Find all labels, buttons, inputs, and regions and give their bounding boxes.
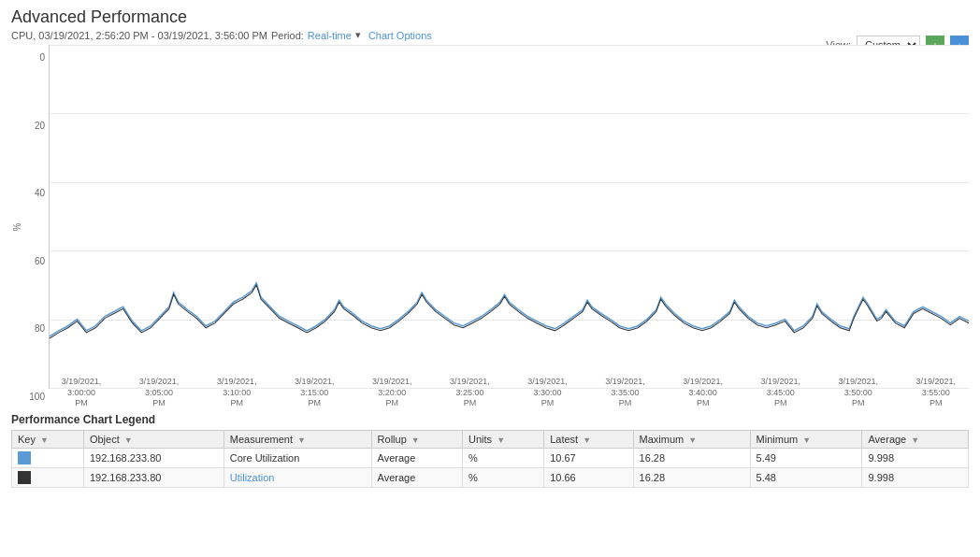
average-filter-icon[interactable]: ▼: [911, 436, 919, 445]
table-row: 192.168.233.80 Core Utilization Average …: [12, 449, 969, 468]
minimum-filter-icon[interactable]: ▼: [802, 436, 811, 445]
y-axis-unit: %: [12, 223, 22, 232]
table-header-row: Key ▼ Object ▼ Measurement ▼ Rollup ▼ Un…: [12, 431, 969, 449]
row2-average: 9.998: [862, 468, 969, 488]
x-label-7: 3/19/2021,3:35:00PM: [593, 377, 658, 409]
x-label-2: 3/19/2021,3:10:00PM: [204, 377, 269, 409]
row1-minimum: 5.49: [750, 449, 862, 468]
row1-key: [12, 449, 84, 468]
key-filter-icon[interactable]: ▼: [40, 436, 49, 445]
row2-object: 192.168.233.80: [83, 468, 223, 488]
row1-key-color: [18, 451, 31, 464]
x-label-1: 3/19/2021,3:05:00PM: [126, 377, 192, 409]
object-filter-icon[interactable]: ▼: [124, 436, 133, 445]
x-label-5: 3/19/2021,3:25:00PM: [437, 377, 502, 409]
row1-units: %: [463, 449, 544, 468]
chart-area: 100 80 60 40 20 0 %: [11, 45, 969, 409]
x-label-0: 3/19/2021,3:00:00PM: [49, 377, 114, 409]
y-label-20: 20: [15, 121, 45, 131]
col-header-average: Average ▼: [862, 431, 969, 449]
row1-rollup: Average: [371, 449, 462, 468]
x-label-11: 3/19/2021,3:55:00PM: [903, 377, 969, 409]
row2-units: %: [463, 468, 544, 488]
row1-average: 9.998: [862, 449, 969, 468]
subtitle-text: CPU, 03/19/2021, 2:56:20 PM - 03/19/2021…: [11, 30, 267, 41]
col-header-latest: Latest ▼: [544, 431, 633, 449]
dropdown-arrow: ▾: [355, 29, 361, 41]
rollup-filter-icon[interactable]: ▼: [411, 436, 420, 445]
chart-svg: [50, 45, 969, 388]
row2-measurement-link[interactable]: Utilization: [230, 472, 275, 483]
y-label-60: 60: [15, 256, 45, 266]
latest-filter-icon[interactable]: ▼: [583, 436, 591, 445]
col-header-maximum: Maximum ▼: [633, 431, 750, 449]
col-header-measurement: Measurement ▼: [223, 431, 371, 449]
x-label-3: 3/19/2021,3:15:00PM: [281, 377, 347, 409]
row1-object: 192.168.233.80: [83, 449, 223, 468]
y-label-80: 80: [15, 323, 45, 334]
performance-table: Key ▼ Object ▼ Measurement ▼ Rollup ▼ Un…: [11, 430, 969, 488]
x-label-8: 3/19/2021,3:40:00PM: [670, 377, 736, 409]
period-link[interactable]: Real-time: [308, 30, 352, 41]
x-label-9: 3/19/2021,3:45:00PM: [748, 377, 814, 409]
legend-title: Performance Chart Legend: [11, 413, 969, 426]
table-row: 192.168.233.80 Utilization Average % 10.…: [12, 468, 969, 488]
chart-options-link[interactable]: Chart Options: [368, 30, 432, 41]
row2-rollup: Average: [371, 468, 462, 488]
period-label: Period:: [271, 30, 304, 41]
col-header-rollup: Rollup ▼: [371, 431, 462, 449]
units-filter-icon[interactable]: ▼: [497, 436, 505, 445]
y-label-100: 100: [15, 392, 45, 402]
measurement-filter-icon[interactable]: ▼: [297, 436, 306, 445]
row2-maximum: 16.28: [633, 468, 750, 488]
row2-minimum: 5.48: [750, 468, 862, 488]
y-label-40: 40: [15, 188, 45, 198]
y-label-0: 0: [15, 52, 45, 63]
row1-latest: 10.67: [544, 449, 633, 468]
row2-latest: 10.66: [544, 468, 633, 488]
page-title: Advanced Performance: [11, 7, 969, 27]
col-header-units: Units ▼: [463, 431, 544, 449]
x-axis: 3/19/2021,3:00:00PM 3/19/2021,3:05:00PM …: [49, 377, 969, 409]
chart-plot-area: [49, 45, 969, 389]
x-label-10: 3/19/2021,3:50:00PM: [826, 377, 891, 409]
row1-maximum: 16.28: [633, 449, 750, 468]
col-header-object: Object ▼: [83, 431, 223, 449]
x-label-4: 3/19/2021,3:20:00PM: [359, 377, 425, 409]
row1-measurement: Core Utilization: [223, 449, 371, 468]
row2-key: [12, 468, 84, 488]
legend-section: Performance Chart Legend Key ▼ Object ▼ …: [0, 409, 980, 490]
col-header-minimum: Minimum ▼: [750, 431, 862, 449]
maximum-filter-icon[interactable]: ▼: [688, 436, 697, 445]
row2-key-color: [18, 471, 31, 484]
row2-measurement: Utilization: [223, 468, 371, 488]
x-label-6: 3/19/2021,3:30:00PM: [514, 377, 580, 409]
col-header-key: Key ▼: [12, 431, 84, 449]
